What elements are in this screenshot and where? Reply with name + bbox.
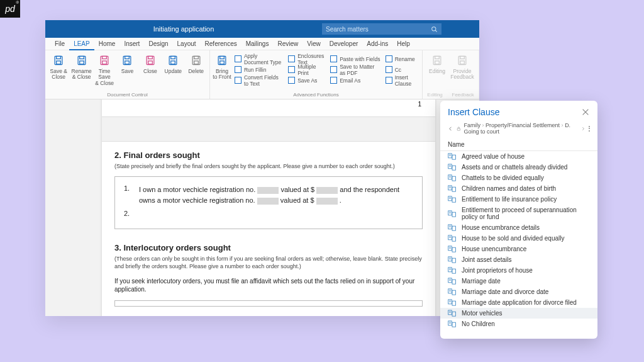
ribbon-cmd-convert-fields-to-text[interactable]: Convert Fields to Text: [235, 76, 283, 85]
crumb[interactable]: Family: [464, 122, 481, 128]
menu-leap[interactable]: LEAP: [69, 38, 94, 50]
provide-feedback-icon: [456, 54, 469, 67]
menu-file[interactable]: File: [50, 38, 69, 50]
clause-item[interactable]: Motor vehicles: [440, 308, 597, 319]
orders-box-empty: [114, 300, 423, 307]
clause-item[interactable]: Marriage date: [440, 276, 597, 286]
rename-close-button[interactable]: Rename & Close: [70, 53, 92, 81]
clause-item[interactable]: Entitlement to life insurance policy: [440, 194, 597, 205]
clause-item[interactable]: Marriage date application for divorce fi…: [440, 297, 597, 308]
svg-rect-80: [452, 280, 455, 284]
page-gap: [102, 116, 435, 142]
clause-item-label: Joint asset details: [462, 256, 512, 263]
clause-icon: [448, 267, 457, 274]
clause-icon: [448, 310, 457, 317]
ribbon-cmd-enclosures-text[interactable]: Enclosures Text: [288, 54, 325, 64]
ribbon-group-label: Document Control: [45, 91, 209, 99]
menu-design[interactable]: Design: [144, 38, 172, 50]
clause-item[interactable]: Children names and dates of birth: [440, 183, 597, 194]
menu-view[interactable]: View: [303, 38, 325, 50]
svg-rect-52: [452, 198, 455, 202]
svg-rect-56: [452, 212, 455, 217]
clause-icon: [448, 164, 457, 171]
close-icon[interactable]: [581, 108, 590, 116]
field-blank[interactable]: [316, 187, 338, 194]
svg-rect-3: [57, 56, 61, 59]
document-title: Initiating application: [45, 25, 322, 33]
bring-front-button[interactable]: Bring to Front: [213, 53, 231, 81]
svg-rect-9: [103, 56, 107, 59]
column-header-name[interactable]: Name: [440, 139, 597, 151]
clause-item[interactable]: Assets and or chattels already divided: [440, 162, 597, 173]
svg-rect-84: [452, 290, 455, 295]
svg-rect-18: [171, 56, 175, 59]
clause-icon: [448, 246, 457, 252]
crumb[interactable]: Property/Financial Settlement: [486, 122, 560, 128]
ribbon-cmd-run-fillin[interactable]: Run Fillin: [235, 65, 283, 74]
clause-item[interactable]: House to be sold and divided equally: [440, 233, 597, 244]
clause-icon: [448, 174, 457, 181]
svg-point-0: [432, 26, 436, 30]
clause-item-label: Children names and dates of birth: [462, 185, 556, 192]
ribbon-cmd-insert-clause[interactable]: Insert Clause: [386, 76, 418, 85]
menu-developer[interactable]: Developer: [325, 38, 363, 50]
menu-add-ins[interactable]: Add-ins: [362, 38, 392, 50]
menu-home[interactable]: Home: [94, 38, 120, 50]
close-button[interactable]: Close: [140, 53, 161, 74]
clause-item[interactable]: Joint asset details: [440, 254, 597, 265]
clause-item[interactable]: House encumbrance details: [440, 222, 597, 233]
svg-rect-28: [435, 61, 440, 64]
clause-item[interactable]: Joint proprietors of house: [440, 265, 597, 276]
clause-item[interactable]: Agreed value of house: [440, 151, 597, 162]
save-close-button[interactable]: Save & Close: [48, 53, 69, 81]
kebab-menu-icon[interactable]: [589, 126, 590, 132]
svg-rect-14: [147, 56, 154, 64]
menu-help[interactable]: Help: [392, 38, 414, 50]
ribbon-cmd-save-to-matter-as-pdf[interactable]: Save to Matter as PDF: [330, 65, 380, 74]
menu-references[interactable]: References: [201, 38, 242, 50]
ribbon-group-body: Save & CloseRename & CloseTime Save & Cl…: [45, 50, 209, 91]
svg-rect-40: [452, 166, 455, 170]
menu-layout[interactable]: Layout: [173, 38, 201, 50]
update-button[interactable]: Update: [162, 53, 184, 74]
ribbon-cmd-email-as[interactable]: Email As: [330, 76, 380, 85]
svg-rect-2: [55, 56, 62, 64]
timesave-close-button[interactable]: Time Save & Close: [94, 53, 115, 86]
editing-button[interactable]: Editing: [425, 53, 449, 74]
search-matters-input[interactable]: Search matters: [322, 23, 441, 35]
ribbon-group-body: Bring to FrontApply Document TypeRun Fil…: [210, 50, 422, 91]
save-button[interactable]: Save: [116, 53, 138, 74]
menu-insert[interactable]: Insert: [119, 38, 144, 50]
menu-mailings[interactable]: Mailings: [242, 38, 274, 50]
ribbon-cmd-cc[interactable]: Cc: [386, 65, 418, 74]
ribbon-cmd-multiple-print[interactable]: Multiple Print: [288, 65, 325, 74]
field-blank[interactable]: [257, 198, 279, 205]
svg-rect-23: [218, 56, 226, 64]
ribbon-cmd-rename[interactable]: Rename: [386, 54, 418, 64]
ribbon-cmd-save-as[interactable]: Save As: [288, 76, 325, 85]
svg-rect-27: [435, 56, 440, 59]
ribbon-cmd-apply-document-type[interactable]: Apply Document Type: [235, 54, 283, 64]
editing-icon: [431, 54, 443, 67]
clause-item-label: Agreed value of house: [462, 153, 525, 160]
provide-feedback-button[interactable]: Provide Feedback: [450, 53, 474, 81]
menu-review[interactable]: Review: [273, 38, 303, 50]
delete-button[interactable]: Delete: [186, 53, 207, 74]
svg-rect-20: [192, 56, 200, 64]
clause-item[interactable]: House unencumbrance: [440, 244, 597, 254]
svg-rect-36: [452, 155, 455, 159]
svg-rect-72: [452, 258, 455, 263]
back-icon[interactable]: [448, 125, 453, 132]
ribbon-group-trailing: EditingProvide Feedback EditingFeedback: [423, 50, 479, 99]
clause-item-label: Entitlement to life insurance policy: [462, 196, 557, 203]
ribbon-cmd-paste-with-fields[interactable]: Paste with Fields: [330, 54, 380, 64]
clause-item[interactable]: No Children: [440, 319, 597, 329]
clause-item[interactable]: Marriage date and divorce date: [440, 286, 597, 297]
clause-item[interactable]: Chattels to be divided equally: [440, 173, 597, 183]
svg-rect-12: [125, 56, 130, 59]
field-blank[interactable]: [316, 198, 338, 205]
cmd-icon: [235, 66, 242, 73]
ribbon-group-label: Advanced Functions: [210, 91, 422, 99]
field-blank[interactable]: [257, 187, 279, 194]
clause-item[interactable]: Entitlement to proceed of superannuation…: [440, 205, 597, 222]
